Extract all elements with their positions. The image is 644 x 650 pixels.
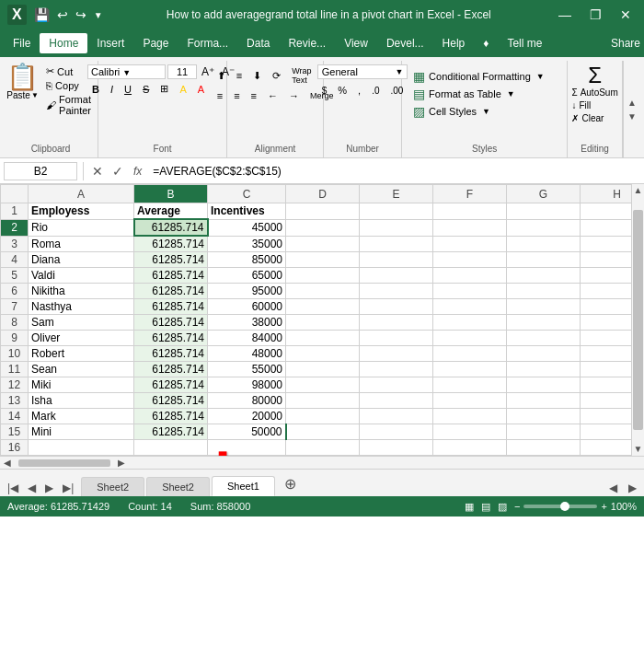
menu-data[interactable]: Data [237,33,279,53]
cell-A7[interactable]: Nasthya [29,299,134,315]
menu-format[interactable]: Forma... [178,33,237,53]
cell-C9[interactable]: 84000 [208,331,286,346]
menu-developer[interactable]: Devel... [377,33,433,53]
cell-F4[interactable] [433,252,507,268]
close-button[interactable]: ✕ [615,6,637,24]
horizontal-scrollbar[interactable]: ◀ ▶ [0,456,644,469]
cell-F7[interactable] [433,299,507,315]
minimize-button[interactable]: — [553,6,577,24]
scroll-right-button[interactable]: ▶ [114,458,129,468]
cell-D9[interactable] [286,331,360,346]
cell-F5[interactable] [433,268,507,284]
border-button[interactable]: ⊞ [155,81,173,97]
cell-E5[interactable] [360,268,433,284]
cell-B16[interactable] [134,440,208,456]
col-header-G[interactable]: G [507,185,581,203]
menu-page[interactable]: Page [133,33,178,53]
col-header-E[interactable]: E [360,185,433,203]
format-as-table-button[interactable]: ▤ Format as Table ▼ [409,86,559,102]
cell-E12[interactable] [360,377,433,393]
cell-A11[interactable]: Sean [29,362,134,377]
cell-F10[interactable] [433,346,507,362]
cell-D16[interactable] [286,440,360,456]
cell-B14[interactable]: 61285.714 [134,409,208,424]
cell-F15[interactable] [433,424,507,440]
cell-C11[interactable]: 55000 [208,362,286,377]
cell-E16[interactable] [360,440,433,456]
cell-G14[interactable] [507,409,581,424]
cell-D14[interactable] [286,409,360,424]
cell-F11[interactable] [433,362,507,377]
increase-indent-button[interactable]: → [284,88,304,103]
autosum-button[interactable]: Σ AutoSum [568,87,621,99]
cell-E2[interactable] [360,219,433,236]
cell-F16[interactable] [433,440,507,456]
scroll-up-button[interactable]: ▲ [632,184,644,197]
cell-B4[interactable]: 61285.714 [134,252,208,268]
cell-B6[interactable]: 61285.714 [134,284,208,299]
zoom-in-button[interactable]: + [601,501,606,512]
cell-C13[interactable]: 80000 [208,393,286,409]
align-bottom-button[interactable]: ⬇ [248,68,266,84]
cell-G11[interactable] [507,362,581,377]
cell-E14[interactable] [360,409,433,424]
cell-F14[interactable] [433,409,507,424]
sheet-next-button[interactable]: ▶ [41,480,57,496]
scroll-left-button[interactable]: ◀ [0,458,15,468]
sheet-last-button[interactable]: ▶| [59,480,77,496]
menu-file[interactable]: File [4,33,40,53]
cell-D5[interactable] [286,268,360,284]
cell-E15[interactable] [360,424,433,440]
align-left-button[interactable]: ≡ [213,88,227,103]
zoom-slider-thumb[interactable] [560,502,569,511]
cell-E10[interactable] [360,346,433,362]
cell-A1[interactable]: Employess [29,203,134,220]
customize-quick-access-button[interactable]: ▼ [92,8,105,22]
cell-C16[interactable] [208,440,286,456]
cell-B8[interactable]: 61285.714 [134,315,208,331]
font-name-selector[interactable]: Calibri ▼ [87,64,166,79]
cell-G2[interactable] [507,219,581,236]
cell-A16[interactable] [29,440,134,456]
fill-color-button[interactable]: A [175,82,190,97]
cell-reference-box[interactable] [4,162,77,180]
decrease-indent-button[interactable]: ← [263,88,282,103]
font-color-button[interactable]: A [193,82,209,97]
sheet-tab-sheet2-second[interactable]: Sheet2 [146,477,210,496]
cell-F8[interactable] [433,315,507,331]
cell-A9[interactable]: Oliver [29,331,134,346]
ribbon-scroll-up[interactable]: ▲ [626,96,638,110]
cell-F12[interactable] [433,377,507,393]
menu-help[interactable]: Help [433,33,475,53]
menu-insert[interactable]: Insert [87,33,133,53]
sheet-first-button[interactable]: |◀ [4,480,22,496]
cell-G8[interactable] [507,315,581,331]
cell-B1[interactable]: Average [134,203,208,220]
cell-C1[interactable]: Incentives [208,203,286,220]
cell-C10[interactable]: 48000 [208,346,286,362]
cell-D6[interactable] [286,284,360,299]
cell-F6[interactable] [433,284,507,299]
align-center-button[interactable]: ≡ [229,88,244,103]
cell-F2[interactable] [433,219,507,236]
cell-C4[interactable]: 85000 [208,252,286,268]
vertical-scrollbar[interactable]: ▲ ▼ [631,184,644,456]
cell-C14[interactable]: 20000 [208,409,286,424]
cell-D3[interactable] [286,236,360,252]
scroll-down-button[interactable]: ▼ [632,443,644,456]
sheet-scroll-left-button[interactable]: ◀ [605,480,621,496]
col-header-C[interactable]: C [208,185,286,203]
cell-G6[interactable] [507,284,581,299]
increase-decimal-button[interactable]: .0 [367,84,384,98]
cell-A8[interactable]: Sam [29,315,134,331]
cell-styles-button[interactable]: ▨ Cell Styles ▼ [409,103,559,120]
clear-button[interactable]: ✗ Clear [568,112,621,124]
cell-E11[interactable] [360,362,433,377]
cell-G9[interactable] [507,331,581,346]
comma-format-button[interactable]: , [353,83,365,98]
cell-A14[interactable]: Mark [29,409,134,424]
cell-G3[interactable] [507,236,581,252]
percent-format-button[interactable]: % [333,83,351,98]
scroll-thumb[interactable] [633,210,643,430]
cell-C15[interactable]: 50000 [208,424,286,440]
